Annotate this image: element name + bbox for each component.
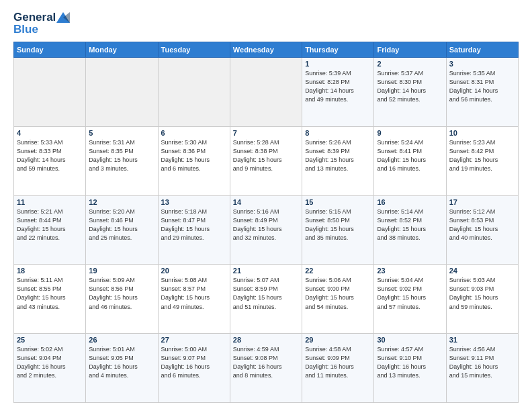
week-row-1: 1Sunrise: 5:39 AM Sunset: 8:28 PM Daylig… [14,58,519,127]
day-number: 24 [449,267,515,275]
day-number: 12 [89,198,154,206]
day-number: 21 [233,267,299,275]
calendar-cell: 7Sunrise: 5:28 AM Sunset: 8:38 PM Daylig… [230,126,302,195]
day-info: Sunrise: 5:01 AM Sunset: 9:05 PM Dayligh… [89,345,154,380]
weekday-header-wednesday: Wednesday [230,42,302,58]
day-info: Sunrise: 5:23 AM Sunset: 8:42 PM Dayligh… [449,138,515,173]
calendar-cell: 9Sunrise: 5:24 AM Sunset: 8:41 PM Daylig… [374,126,446,195]
day-number: 16 [377,198,443,206]
day-info: Sunrise: 5:26 AM Sunset: 8:39 PM Dayligh… [305,138,371,173]
weekday-header-sunday: Sunday [14,42,86,58]
weekday-header-saturday: Saturday [446,42,518,58]
day-info: Sunrise: 5:11 AM Sunset: 8:55 PM Dayligh… [17,276,83,311]
day-info: Sunrise: 5:14 AM Sunset: 8:52 PM Dayligh… [377,208,443,242]
day-info: Sunrise: 5:07 AM Sunset: 8:59 PM Dayligh… [233,276,299,311]
calendar-cell: 8Sunrise: 5:26 AM Sunset: 8:39 PM Daylig… [302,126,374,195]
calendar-cell: 14Sunrise: 5:16 AM Sunset: 8:49 PM Dayli… [230,195,302,265]
day-number: 22 [305,267,371,275]
day-number: 11 [17,198,83,206]
day-number: 14 [233,198,299,206]
week-row-5: 25Sunrise: 5:02 AM Sunset: 9:04 PM Dayli… [14,334,519,403]
day-number: 1 [305,60,371,68]
day-info: Sunrise: 5:24 AM Sunset: 8:41 PM Dayligh… [377,138,443,173]
day-number: 2 [377,60,443,68]
calendar-cell: 12Sunrise: 5:20 AM Sunset: 8:46 PM Dayli… [86,195,158,265]
day-number: 7 [233,129,299,137]
day-number: 29 [305,336,371,344]
day-info: Sunrise: 5:33 AM Sunset: 8:33 PM Dayligh… [17,138,83,173]
calendar-cell: 26Sunrise: 5:01 AM Sunset: 9:05 PM Dayli… [86,334,158,403]
day-info: Sunrise: 5:20 AM Sunset: 8:46 PM Dayligh… [89,208,154,242]
day-number: 20 [161,267,227,275]
calendar-cell: 29Sunrise: 4:58 AM Sunset: 9:09 PM Dayli… [302,334,374,403]
day-info: Sunrise: 5:30 AM Sunset: 8:36 PM Dayligh… [161,138,227,173]
day-number: 8 [305,129,371,137]
day-info: Sunrise: 5:04 AM Sunset: 9:02 PM Dayligh… [377,276,443,311]
day-number: 10 [449,129,515,137]
calendar-cell: 18Sunrise: 5:11 AM Sunset: 8:55 PM Dayli… [14,265,86,334]
day-info: Sunrise: 5:02 AM Sunset: 9:04 PM Dayligh… [17,345,83,380]
day-number: 25 [17,336,83,344]
day-number: 9 [377,129,443,137]
day-number: 28 [233,336,299,344]
day-number: 6 [161,129,227,137]
day-info: Sunrise: 5:09 AM Sunset: 8:56 PM Dayligh… [89,276,154,311]
calendar-cell: 20Sunrise: 5:08 AM Sunset: 8:57 PM Dayli… [158,265,230,334]
calendar-cell [158,58,230,127]
day-info: Sunrise: 5:39 AM Sunset: 8:28 PM Dayligh… [305,69,371,104]
day-info: Sunrise: 5:31 AM Sunset: 8:35 PM Dayligh… [89,138,154,173]
day-number: 3 [449,60,515,68]
day-number: 26 [89,336,154,344]
calendar-cell: 28Sunrise: 4:59 AM Sunset: 9:08 PM Dayli… [230,334,302,403]
week-row-3: 11Sunrise: 5:21 AM Sunset: 8:44 PM Dayli… [14,195,519,265]
logo-general: General [13,11,56,24]
day-info: Sunrise: 5:03 AM Sunset: 9:03 PM Dayligh… [449,276,515,311]
day-number: 27 [161,336,227,344]
calendar-cell: 3Sunrise: 5:35 AM Sunset: 8:31 PM Daylig… [446,58,518,127]
week-row-4: 18Sunrise: 5:11 AM Sunset: 8:55 PM Dayli… [14,265,519,334]
day-info: Sunrise: 4:59 AM Sunset: 9:08 PM Dayligh… [233,345,299,380]
day-info: Sunrise: 4:57 AM Sunset: 9:10 PM Dayligh… [377,345,443,380]
weekday-header-thursday: Thursday [302,42,374,58]
calendar-cell: 17Sunrise: 5:12 AM Sunset: 8:53 PM Dayli… [446,195,518,265]
calendar-cell: 13Sunrise: 5:18 AM Sunset: 8:47 PM Dayli… [158,195,230,265]
day-info: Sunrise: 4:56 AM Sunset: 9:11 PM Dayligh… [449,345,515,380]
day-number: 30 [377,336,443,344]
calendar-cell [230,58,302,127]
day-number: 4 [17,129,83,137]
calendar-cell: 2Sunrise: 5:37 AM Sunset: 8:30 PM Daylig… [374,58,446,127]
calendar-cell [86,58,158,127]
calendar-cell: 22Sunrise: 5:06 AM Sunset: 9:00 PM Dayli… [302,265,374,334]
calendar-table: SundayMondayTuesdayWednesdayThursdayFrid… [13,42,519,403]
day-info: Sunrise: 4:58 AM Sunset: 9:09 PM Dayligh… [305,345,371,380]
weekday-header-monday: Monday [86,42,158,58]
day-number: 23 [377,267,443,275]
weekday-header-friday: Friday [374,42,446,58]
calendar-cell: 23Sunrise: 5:04 AM Sunset: 9:02 PM Dayli… [374,265,446,334]
calendar-cell [14,58,86,127]
day-info: Sunrise: 5:16 AM Sunset: 8:49 PM Dayligh… [233,208,299,242]
day-info: Sunrise: 5:21 AM Sunset: 8:44 PM Dayligh… [17,208,83,242]
day-info: Sunrise: 5:15 AM Sunset: 8:50 PM Dayligh… [305,208,371,242]
calendar-cell: 25Sunrise: 5:02 AM Sunset: 9:04 PM Dayli… [14,334,86,403]
calendar-cell: 30Sunrise: 4:57 AM Sunset: 9:10 PM Dayli… [374,334,446,403]
calendar-cell: 1Sunrise: 5:39 AM Sunset: 8:28 PM Daylig… [302,58,374,127]
calendar-cell: 19Sunrise: 5:09 AM Sunset: 8:56 PM Dayli… [86,265,158,334]
logo-icon [56,12,70,23]
day-number: 19 [89,267,154,275]
day-info: Sunrise: 5:35 AM Sunset: 8:31 PM Dayligh… [449,69,515,104]
calendar-cell: 24Sunrise: 5:03 AM Sunset: 9:03 PM Dayli… [446,265,518,334]
calendar-cell: 31Sunrise: 4:56 AM Sunset: 9:11 PM Dayli… [446,334,518,403]
calendar-cell: 16Sunrise: 5:14 AM Sunset: 8:52 PM Dayli… [374,195,446,265]
calendar-cell: 21Sunrise: 5:07 AM Sunset: 8:59 PM Dayli… [230,265,302,334]
day-info: Sunrise: 5:28 AM Sunset: 8:38 PM Dayligh… [233,138,299,173]
day-number: 17 [449,198,515,206]
day-info: Sunrise: 5:12 AM Sunset: 8:53 PM Dayligh… [449,208,515,242]
weekday-header-tuesday: Tuesday [158,42,230,58]
calendar-cell: 10Sunrise: 5:23 AM Sunset: 8:42 PM Dayli… [446,126,518,195]
day-info: Sunrise: 5:37 AM Sunset: 8:30 PM Dayligh… [377,69,443,104]
weekday-header-row: SundayMondayTuesdayWednesdayThursdayFrid… [14,42,519,58]
calendar-page: General Blue SundayMondayTuesdayWednesda… [0,0,532,411]
calendar-cell: 15Sunrise: 5:15 AM Sunset: 8:50 PM Dayli… [302,195,374,265]
logo: General Blue [13,11,70,36]
